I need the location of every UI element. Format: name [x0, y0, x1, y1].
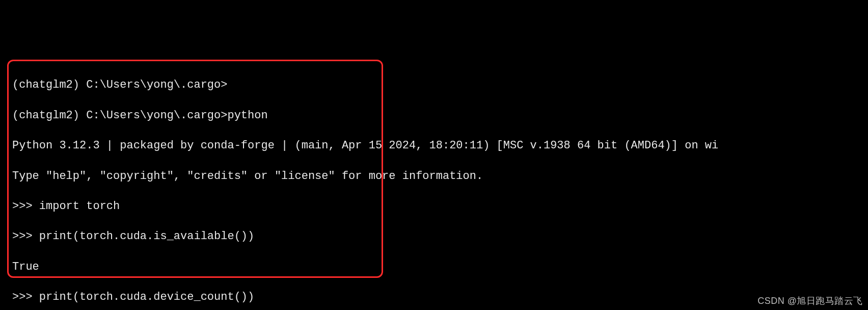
- terminal-line: >>> import torch: [12, 199, 868, 214]
- terminal-line: Python 3.12.3 | packaged by conda-forge …: [12, 138, 868, 153]
- terminal-output[interactable]: (chatglm2) C:\Users\yong\.cargo> (chatgl…: [12, 63, 868, 310]
- terminal-line: (chatglm2) C:\Users\yong\.cargo>python: [12, 108, 868, 123]
- terminal-line: True: [12, 260, 868, 275]
- terminal-line: >>> print(torch.cuda.device_count()): [12, 290, 868, 305]
- watermark-text: CSDN @旭日跑马踏云飞: [757, 295, 863, 307]
- terminal-line: (chatglm2) C:\Users\yong\.cargo>: [12, 77, 868, 93]
- terminal-line: >>> print(torch.cuda.is_available()): [12, 229, 868, 244]
- terminal-line: Type "help", "copyright", "credits" or "…: [12, 169, 868, 184]
